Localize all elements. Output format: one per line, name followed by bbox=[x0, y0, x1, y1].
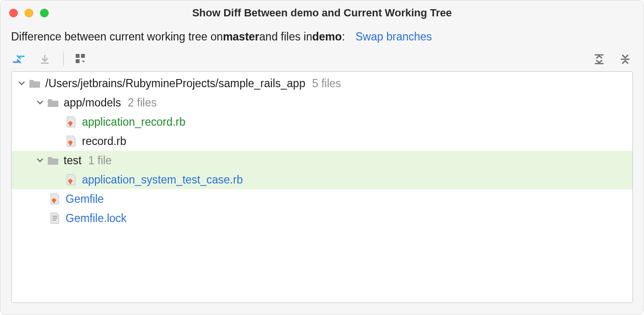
file-name: Gemfile.lock bbox=[66, 212, 127, 225]
folder-icon bbox=[47, 97, 59, 108]
desc-branch1: master bbox=[223, 30, 259, 43]
folder-count: 1 file bbox=[88, 154, 112, 167]
tree-file-row[interactable]: Gemfile.lock bbox=[12, 209, 632, 228]
ruby-file-icon bbox=[49, 193, 61, 205]
file-name: application_system_test_case.rb bbox=[82, 173, 243, 186]
desc-suffix: : bbox=[342, 30, 345, 43]
root-path: /Users/jetbrains/RubymineProjects/sample… bbox=[45, 77, 305, 90]
svg-rect-1 bbox=[76, 54, 80, 58]
folder-icon bbox=[29, 78, 40, 89]
tree-file-row[interactable]: application_system_test_case.rb bbox=[12, 170, 632, 189]
ruby-file-icon bbox=[66, 174, 77, 185]
desc-prefix: Difference between current working tree … bbox=[11, 30, 223, 43]
show-diff-icon[interactable] bbox=[11, 52, 27, 66]
tree-root-row[interactable]: /Users/jetbrains/RubymineProjects/sample… bbox=[12, 74, 632, 93]
toolbar bbox=[0, 50, 644, 71]
file-tree[interactable]: /Users/jetbrains/RubymineProjects/sample… bbox=[11, 71, 633, 303]
chevron-down-icon[interactable] bbox=[35, 97, 45, 108]
file-name: record.rb bbox=[82, 135, 126, 148]
ruby-file-icon bbox=[66, 135, 77, 147]
file-name: Gemfile bbox=[66, 193, 104, 206]
description-bar: Difference between current working tree … bbox=[0, 26, 644, 50]
root-count: 5 files bbox=[312, 77, 341, 90]
desc-branch2: demo bbox=[312, 30, 342, 43]
checkout-icon[interactable] bbox=[37, 52, 53, 66]
titlebar: Show Diff Between demo and Current Worki… bbox=[0, 0, 644, 26]
toolbar-right bbox=[591, 52, 633, 66]
collapse-all-icon[interactable] bbox=[617, 52, 633, 66]
tree-folder-row[interactable]: test 1 file bbox=[12, 151, 632, 170]
ruby-file-icon bbox=[66, 116, 77, 128]
tree-folder-row[interactable]: app/models 2 files bbox=[12, 93, 632, 112]
desc-mid: and files in bbox=[259, 30, 312, 43]
folder-name: app/models bbox=[64, 96, 121, 109]
chevron-down-icon[interactable] bbox=[35, 155, 45, 166]
expand-all-icon[interactable] bbox=[591, 52, 607, 66]
swap-branches-link[interactable]: Swap branches bbox=[356, 30, 432, 43]
folder-icon bbox=[47, 155, 59, 166]
folder-count: 2 files bbox=[128, 96, 157, 109]
text-file-icon bbox=[49, 212, 61, 224]
diff-window: Show Diff Between demo and Current Worki… bbox=[0, 0, 644, 315]
window-title: Show Diff Between demo and Current Worki… bbox=[0, 7, 644, 19]
folder-name: test bbox=[64, 154, 81, 167]
svg-rect-3 bbox=[76, 59, 80, 63]
svg-rect-2 bbox=[81, 54, 85, 58]
chevron-down-icon[interactable] bbox=[16, 78, 27, 89]
tree-file-row[interactable]: application_record.rb bbox=[12, 112, 632, 131]
tree-file-row[interactable]: record.rb bbox=[12, 131, 632, 151]
group-by-icon[interactable] bbox=[74, 52, 90, 66]
file-name: application_record.rb bbox=[82, 116, 186, 129]
tree-file-row[interactable]: Gemfile bbox=[12, 189, 632, 209]
toolbar-separator bbox=[63, 52, 64, 66]
